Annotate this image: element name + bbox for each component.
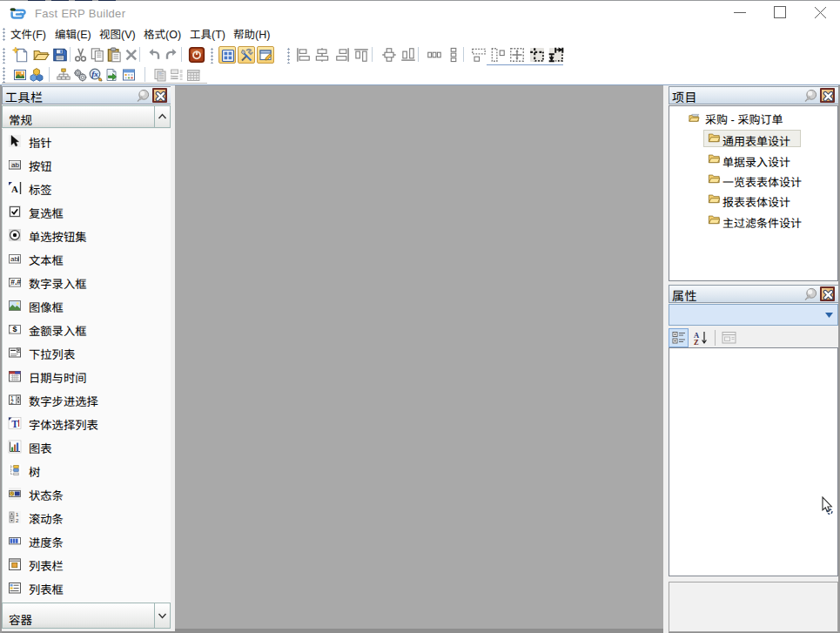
- svg-text:2: 2: [10, 399, 14, 405]
- svg-text:Z: Z: [694, 338, 699, 346]
- svg-text:#.#: #.#: [10, 278, 21, 286]
- svg-text:T: T: [11, 419, 18, 429]
- svg-text:$: $: [12, 325, 17, 333]
- svg-text:fx: fx: [91, 70, 98, 78]
- svg-text:A: A: [11, 184, 18, 194]
- svg-text:ab: ab: [11, 161, 19, 169]
- svg-text:ab: ab: [10, 255, 18, 263]
